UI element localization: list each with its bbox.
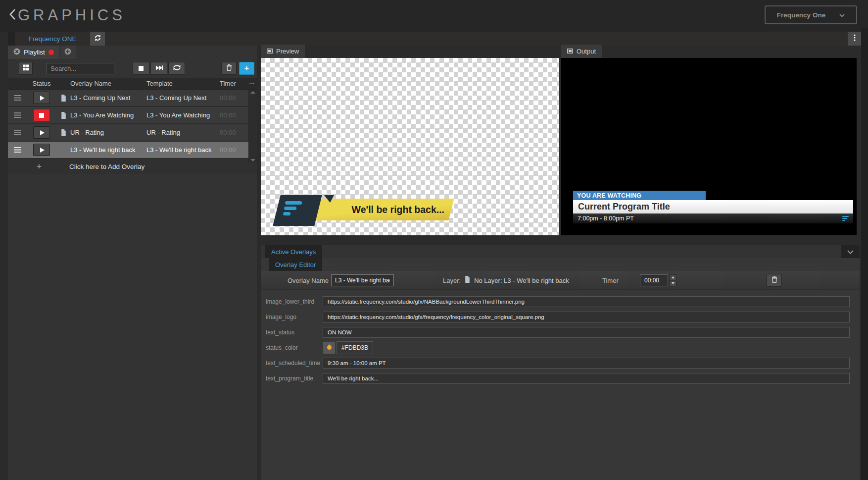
field-input[interactable]	[323, 373, 850, 384]
header-overlay-name: Overlay Name	[70, 80, 146, 87]
add-playlist-tab-button[interactable]	[60, 46, 76, 59]
drag-handle[interactable]	[8, 95, 27, 101]
color-hex-value[interactable]: #FDBD3B	[337, 341, 373, 354]
monitor-icon	[567, 48, 573, 55]
field-label: text_program_title	[261, 375, 323, 382]
playlist-table-header: Status Overlay Name Template Timer ...	[8, 78, 257, 90]
editor-field-row: image_logo	[261, 309, 860, 324]
close-circle-icon[interactable]	[13, 48, 20, 56]
drag-handle[interactable]	[8, 112, 27, 118]
field-label: text_scheduled_time	[261, 360, 323, 367]
overlay-name-label: Overlay Name	[261, 277, 329, 284]
output-viewport: YOU ARE WATCHING Current Program Title 7…	[561, 58, 857, 235]
editor-header-row: Overlay Name Layer: No Layer: L3 - We'll…	[261, 271, 860, 290]
window-scrollbar-rail[interactable]	[861, 28, 868, 480]
top-header: GRAPHICS Frequency One	[0, 0, 868, 32]
drag-handle[interactable]	[8, 147, 27, 153]
droplet-icon	[326, 344, 333, 351]
app-window: GRAPHICS Frequency One Frequency ONE	[0, 0, 868, 480]
field-input[interactable]	[323, 358, 850, 369]
timer-control	[640, 274, 676, 286]
field-input[interactable]	[323, 296, 850, 307]
playlist-tabs: Playlist	[8, 46, 257, 59]
frequency-logo-small	[842, 216, 849, 221]
back-brand-link[interactable]: GRAPHICS	[9, 6, 126, 24]
header-template: Template	[146, 80, 220, 87]
grid-icon	[23, 64, 29, 73]
tab-frequency-one[interactable]: Frequency ONE	[15, 32, 90, 46]
scheduled-time-bar: 7:00pm - 8:00pm PT	[573, 213, 853, 223]
delete-overlay-button[interactable]	[221, 62, 237, 75]
tab-overlay-editor[interactable]: Overlay Editor	[269, 258, 322, 271]
table-scrollbar[interactable]	[248, 90, 257, 163]
header-status: Status	[27, 80, 56, 87]
table-row[interactable]: UR - Rating UR - Rating 00:00	[8, 124, 248, 142]
table-row[interactable]: L3 - Coming Up Next L3 - Coming Up Next …	[8, 90, 248, 107]
kebab-icon	[854, 34, 856, 43]
play-stop-button[interactable]	[33, 92, 50, 104]
timer-input[interactable]	[640, 274, 668, 286]
playlist-table: L3 - Coming Up Next L3 - Coming Up Next …	[8, 90, 257, 159]
timer-cell: 00:00	[220, 94, 248, 102]
add-overlay-row[interactable]: + Click here to Add Overlay	[8, 159, 257, 174]
add-overlay-label: Click here to Add Overlay	[69, 163, 145, 170]
trash-icon	[226, 64, 232, 73]
field-input[interactable]	[323, 327, 850, 338]
stop-all-button[interactable]	[133, 62, 149, 75]
overlay-name-cell: UR - Rating	[70, 129, 146, 136]
overlay-name-cell: L3 - We'll be right back	[70, 146, 146, 154]
play-stop-button[interactable]	[33, 144, 50, 156]
play-icon	[40, 96, 45, 101]
table-row[interactable]: L3 - We'll be right back L3 - We'll be r…	[8, 142, 248, 159]
tab-playlist[interactable]: Playlist	[8, 46, 59, 59]
template-cell: L3 - We'll be right back	[146, 146, 220, 154]
field-label: text_status	[261, 329, 323, 336]
timer-cell: 00:00	[220, 146, 248, 154]
table-row[interactable]: L3 - You Are Watching L3 - You Are Watch…	[8, 107, 248, 124]
header-timer: Timer	[220, 80, 248, 87]
file-icon	[61, 95, 66, 102]
workspace-tabstrip: Frequency ONE	[8, 32, 861, 46]
timer-cell: 00:00	[220, 129, 248, 136]
add-overlay-button[interactable]: +	[239, 62, 254, 75]
step-down-button[interactable]	[669, 281, 676, 287]
loop-button[interactable]	[168, 62, 185, 75]
delete-overlay-button[interactable]	[767, 274, 782, 287]
preview-tab[interactable]: Preview	[261, 45, 305, 58]
template-cell: L3 - Coming Up Next	[146, 94, 220, 102]
scroll-down-icon[interactable]	[250, 159, 255, 161]
chevron-down-icon	[847, 247, 854, 256]
grid-view-button[interactable]	[19, 62, 33, 75]
channel-dropdown[interactable]: Frequency One	[765, 5, 857, 24]
refresh-button[interactable]	[90, 32, 105, 46]
play-icon	[40, 148, 45, 153]
scroll-up-icon[interactable]	[250, 91, 255, 94]
panel-menu-button[interactable]	[848, 32, 861, 46]
frequency-logo-bars	[285, 201, 302, 215]
step-up-button[interactable]	[669, 274, 676, 280]
output-tab[interactable]: Output	[561, 45, 602, 58]
output-graphic: YOU ARE WATCHING Current Program Title 7…	[573, 191, 853, 223]
layer-value: No Layer: L3 - We'll be right back	[474, 277, 569, 284]
template-cell: L3 - You Are Watching	[146, 111, 220, 119]
color-field-group: #FDBD3B	[323, 341, 373, 354]
stop-icon	[39, 113, 44, 118]
tab-active-overlays[interactable]: Active Overlays	[265, 245, 322, 258]
collapse-panel-button[interactable]	[841, 245, 860, 258]
color-picker-button[interactable]	[323, 341, 336, 354]
editor-field-row: image_lower_third	[261, 294, 860, 309]
timer-cell: 00:00	[220, 111, 248, 119]
stop-icon	[139, 66, 144, 71]
editor-field-row: status_color #FDBD3B	[261, 340, 860, 355]
fast-forward-button[interactable]	[150, 62, 167, 75]
preview-viewport: We'll be right back...	[261, 58, 559, 235]
play-stop-button[interactable]	[33, 109, 50, 121]
overlay-name-input[interactable]	[331, 274, 394, 286]
search-input[interactable]	[46, 63, 114, 74]
editor-field-row: text_status	[261, 324, 860, 340]
preview-tab-label: Preview	[276, 48, 299, 55]
layer-label: Layer:	[443, 277, 461, 284]
play-stop-button[interactable]	[33, 126, 50, 139]
drag-handle[interactable]	[8, 130, 27, 135]
field-input[interactable]	[323, 312, 850, 322]
